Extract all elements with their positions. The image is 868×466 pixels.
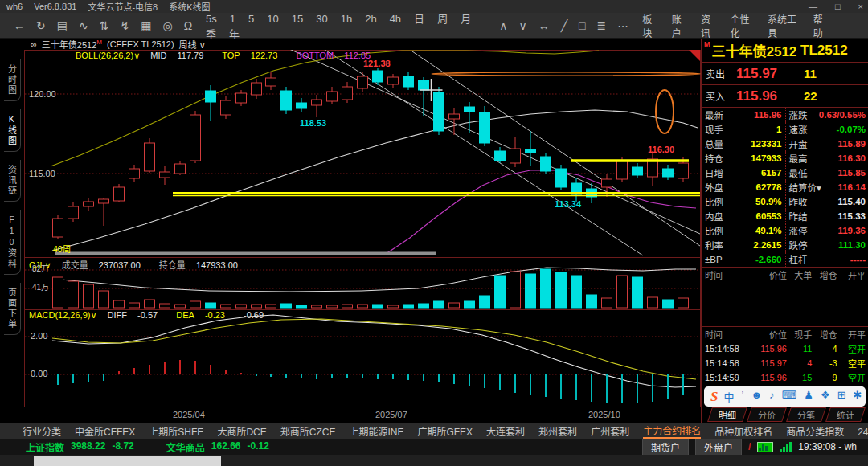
period-button-周[interactable]: 周: [431, 11, 454, 27]
refresh-icon[interactable]: ↻: [31, 18, 51, 34]
period-button-15[interactable]: 15: [285, 11, 309, 27]
chart-canvas[interactable]: [24, 50, 701, 423]
candle-body: [221, 100, 231, 115]
bottom-tab-主力合约排名[interactable]: 主力合约排名: [643, 423, 701, 439]
period-button-日[interactable]: 日: [407, 11, 431, 27]
macd-bar-negative: [514, 374, 516, 393]
sidebar-tab-K线图[interactable]: K线图: [4, 109, 21, 152]
ime-toolbox-icon[interactable]: ⊞: [837, 389, 846, 404]
menu-个性化[interactable]: 个性化: [723, 10, 761, 41]
detail-tab-明细[interactable]: 明细: [707, 407, 747, 422]
sidebar-tab-分时图[interactable]: 分时图: [4, 59, 21, 101]
period-button-5[interactable]: 5: [242, 11, 260, 27]
menu-账户[interactable]: 账户: [665, 10, 694, 41]
chevron-up-icon[interactable]: ∧: [493, 18, 513, 34]
contract-name: 三十年债2512M: [42, 38, 102, 51]
ime-logo[interactable]: S: [710, 389, 718, 405]
bottom-tab-商品分类指数[interactable]: 商品分类指数: [786, 424, 844, 438]
bottom-tab-上期所SHFE[interactable]: 上期所SHFE: [149, 424, 203, 438]
ime-punct-icon[interactable]: ’: [741, 389, 743, 404]
period-button-1[interactable]: 1: [223, 11, 242, 27]
layers-icon[interactable]: ≣: [592, 18, 612, 34]
ime-toolbar[interactable]: S 中’☻♪⌨♟❖⊞✱: [704, 386, 866, 407]
ime-account-icon[interactable]: ♟: [804, 389, 813, 404]
quote-list-icon[interactable]: ▤: [51, 18, 73, 34]
bottom-tab-广期所GFEX[interactable]: 广期所GFEX: [417, 424, 473, 438]
ime-skin-icon[interactable]: ❖: [821, 389, 830, 404]
quote-value: 115.89: [837, 139, 866, 149]
volume-bar: [221, 305, 231, 308]
ime-settings-icon[interactable]: ✱: [854, 389, 862, 404]
detail-tab-分笔[interactable]: 分笔: [786, 407, 826, 422]
period-selector[interactable]: 周线 ∨: [179, 38, 206, 51]
bottom-tab-郑州套利[interactable]: 郑州套利: [538, 424, 577, 438]
period-button-5s[interactable]: 5s: [199, 11, 223, 27]
bottom-tab-24小时资讯[interactable]: 24小时资讯: [858, 424, 868, 438]
menu-资讯[interactable]: 资讯: [694, 10, 723, 41]
bottom-tab-品种加权排名[interactable]: 品种加权排名: [714, 424, 772, 438]
menu-系统工具[interactable]: 系统工具: [761, 10, 807, 41]
back-arrow-icon[interactable]: ←: [8, 18, 31, 34]
menu-帮助[interactable]: 帮助: [807, 10, 836, 41]
period-button-月[interactable]: 月: [454, 11, 477, 27]
trend-tool-icon[interactable]: ↯: [114, 18, 135, 34]
bottom-tab-上期能源INE[interactable]: 上期能源INE: [349, 424, 403, 438]
market-monitor-icon[interactable]: [757, 442, 773, 452]
bottom-tab-郑商所CZCE[interactable]: 郑商所CZCE: [280, 424, 336, 438]
macd-bar-positive: [118, 371, 120, 374]
period-button-2h[interactable]: 2h: [358, 11, 383, 27]
period-button-4h[interactable]: 4h: [383, 11, 407, 27]
quote-grid-row: 持仓147933最高116.30: [702, 151, 868, 166]
boxed-chart-icon[interactable]: ▦: [135, 18, 157, 34]
bottom-tab-大连套利[interactable]: 大连套利: [486, 424, 525, 438]
bottom-tab-中金所CFFEX[interactable]: 中金所CFFEX: [75, 424, 135, 438]
quote-label: 杠杆: [789, 253, 808, 266]
boll-indicator-header: BOLL(26,26,2)∨ MID 117.79 TOP 122.73 BOT…: [76, 51, 387, 61]
chart-h-scrollbar[interactable]: [55, 252, 436, 255]
cloud-download-icon[interactable]: ◎: [157, 18, 178, 34]
tape-header: 开平: [837, 268, 866, 281]
drawn-flat-ellipse: [432, 72, 700, 76]
draw-line-icon[interactable]: ╱: [555, 18, 573, 34]
sidebar-tab-页面下单[interactable]: 页面下单: [4, 283, 21, 335]
bottom-tab-大商所DCE[interactable]: 大商所DCE: [217, 424, 266, 438]
more-icon[interactable]: ⋯: [612, 18, 634, 34]
close-button[interactable]: ×: [858, 2, 863, 11]
sidebar-tab-资讯链[interactable]: 资讯链: [4, 160, 21, 202]
bottom-tab-行业分类[interactable]: 行业分类: [23, 424, 61, 438]
chart-region[interactable]: BOLL(26,26,2)∨ MID 117.79 TOP 122.73 BOT…: [24, 50, 701, 423]
ime-voice-icon[interactable]: ♪: [769, 389, 775, 404]
bottom-tab-广州套利[interactable]: 广州套利: [591, 424, 629, 438]
tick-line-icon[interactable]: ∿: [73, 18, 94, 34]
expand-icon[interactable]: ↔: [533, 18, 555, 34]
candle-body: [190, 115, 201, 161]
detail-tab-统计[interactable]: 统计: [825, 407, 866, 422]
account-button-期货户[interactable]: 期货户: [642, 439, 689, 456]
quote-value: 1: [776, 125, 781, 134]
chevron-down-icon[interactable]: ∨: [513, 18, 532, 34]
draw-rect-icon[interactable]: □: [573, 18, 591, 34]
sidebar-tab-F10资料[interactable]: F10资料: [4, 210, 21, 275]
ime-keyboard-icon[interactable]: ⌨: [782, 389, 797, 404]
account-button-外盘户[interactable]: 外盘户: [695, 439, 742, 456]
candlestick-icon[interactable]: ⇅: [94, 18, 115, 34]
toolbar-periods: 5s151015301h2h4h日周月季年: [199, 10, 492, 41]
macd-bar-positive: [240, 373, 242, 374]
volume-bar: [297, 305, 307, 308]
alert-bell-icon[interactable]: Ω: [178, 18, 198, 34]
detail-tab-分价[interactable]: 分价: [747, 407, 787, 422]
ime-emoji-icon[interactable]: ☻: [751, 389, 762, 404]
ime-lang-icon[interactable]: 中: [723, 389, 734, 404]
period-button-30[interactable]: 30: [309, 11, 334, 27]
period-button-10[interactable]: 10: [260, 11, 285, 27]
link-icon[interactable]: ∞: [31, 39, 37, 49]
quote-label: 最高: [789, 152, 808, 165]
period-button-1h[interactable]: 1h: [334, 11, 358, 27]
taskbar-window-preview[interactable]: [34, 456, 221, 466]
quote-grid: 最新115.96涨跌0.63/0.55%现手1速涨-0.07%总量123331开…: [702, 107, 868, 267]
menu-板块[interactable]: 板块: [636, 10, 665, 41]
macd-bar-negative: [621, 374, 623, 403]
ask-row: 卖出 115.97 11: [702, 62, 868, 84]
macd-name[interactable]: MACD(12,26,9)∨: [29, 310, 96, 320]
boll-name[interactable]: BOLL(26,26,2)∨: [76, 51, 140, 60]
